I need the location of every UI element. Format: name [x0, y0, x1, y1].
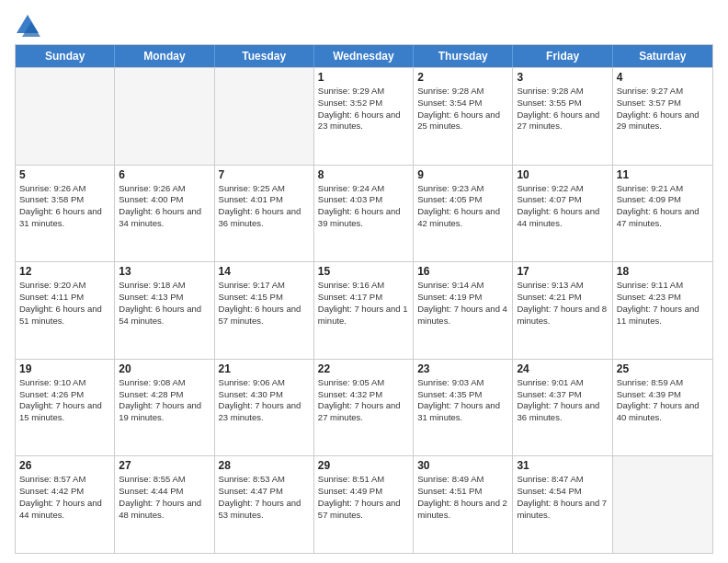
day-number: 19: [19, 362, 110, 375]
calendar-cell: 9Sunrise: 9:23 AM Sunset: 4:05 PM Daylig…: [414, 166, 513, 262]
day-number: 24: [517, 362, 608, 375]
day-number: 30: [417, 459, 508, 472]
cell-info: Sunrise: 9:22 AM Sunset: 4:07 PM Dayligh…: [517, 183, 608, 230]
cell-info: Sunrise: 9:27 AM Sunset: 3:57 PM Dayligh…: [617, 86, 709, 132]
day-number: 18: [617, 265, 709, 278]
cell-info: Sunrise: 9:28 AM Sunset: 3:55 PM Dayligh…: [517, 86, 608, 132]
weekday-header-monday: Monday: [115, 45, 214, 67]
day-number: 2: [417, 71, 508, 84]
calendar-cell: 7Sunrise: 9:25 AM Sunset: 4:01 PM Daylig…: [215, 166, 314, 262]
cell-info: Sunrise: 8:55 AM Sunset: 4:44 PM Dayligh…: [119, 474, 210, 521]
calendar-cell: 18Sunrise: 9:11 AM Sunset: 4:23 PM Dayli…: [613, 262, 712, 359]
calendar-cell: 22Sunrise: 9:05 AM Sunset: 4:32 PM Dayli…: [314, 360, 414, 456]
calendar-cell: 20Sunrise: 9:08 AM Sunset: 4:28 PM Dayli…: [115, 360, 214, 456]
calendar-cell: 15Sunrise: 9:16 AM Sunset: 4:17 PM Dayli…: [314, 262, 414, 359]
weekday-header-wednesday: Wednesday: [314, 45, 414, 67]
cell-info: Sunrise: 9:13 AM Sunset: 4:21 PM Dayligh…: [517, 280, 608, 327]
day-number: 20: [119, 362, 210, 375]
cell-info: Sunrise: 9:10 AM Sunset: 4:26 PM Dayligh…: [19, 377, 110, 424]
day-number: 23: [417, 362, 508, 375]
weekday-header-saturday: Saturday: [613, 45, 712, 67]
calendar-cell: 31Sunrise: 8:47 AM Sunset: 4:54 PM Dayli…: [513, 456, 612, 553]
calendar-cell: 13Sunrise: 9:18 AM Sunset: 4:13 PM Dayli…: [115, 262, 214, 359]
cell-info: Sunrise: 9:23 AM Sunset: 4:05 PM Dayligh…: [417, 183, 508, 230]
logo: [15, 13, 42, 39]
weekday-header-sunday: Sunday: [16, 45, 115, 67]
calendar-cell: 3Sunrise: 9:28 AM Sunset: 3:55 PM Daylig…: [513, 68, 612, 165]
cell-info: Sunrise: 9:29 AM Sunset: 3:52 PM Dayligh…: [318, 86, 409, 132]
calendar-row-0: 1Sunrise: 9:29 AM Sunset: 3:52 PM Daylig…: [16, 67, 712, 165]
cell-info: Sunrise: 9:05 AM Sunset: 4:32 PM Dayligh…: [318, 377, 409, 424]
day-number: 8: [318, 168, 409, 181]
cell-info: Sunrise: 9:08 AM Sunset: 4:28 PM Dayligh…: [119, 377, 210, 424]
header: [15, 9, 713, 39]
cell-info: Sunrise: 8:59 AM Sunset: 4:39 PM Dayligh…: [617, 377, 709, 424]
calendar-cell: 25Sunrise: 8:59 AM Sunset: 4:39 PM Dayli…: [613, 360, 712, 456]
day-number: 21: [219, 362, 310, 375]
cell-info: Sunrise: 8:51 AM Sunset: 4:49 PM Dayligh…: [318, 474, 409, 521]
day-number: 7: [219, 168, 310, 181]
day-number: 6: [119, 168, 210, 181]
cell-info: Sunrise: 8:57 AM Sunset: 4:42 PM Dayligh…: [19, 474, 110, 521]
calendar-header: SundayMondayTuesdayWednesdayThursdayFrid…: [16, 45, 712, 67]
day-number: 10: [517, 168, 608, 181]
day-number: 25: [617, 362, 709, 375]
weekday-header-friday: Friday: [513, 45, 612, 67]
logo-icon: [15, 13, 40, 39]
calendar-cell: 1Sunrise: 9:29 AM Sunset: 3:52 PM Daylig…: [314, 68, 414, 165]
day-number: 15: [318, 265, 409, 278]
cell-info: Sunrise: 9:06 AM Sunset: 4:30 PM Dayligh…: [219, 377, 310, 424]
day-number: 12: [19, 265, 110, 278]
calendar-cell: 12Sunrise: 9:20 AM Sunset: 4:11 PM Dayli…: [16, 262, 115, 359]
day-number: 29: [318, 459, 409, 472]
calendar-row-3: 19Sunrise: 9:10 AM Sunset: 4:26 PM Dayli…: [16, 359, 712, 456]
cell-info: Sunrise: 9:25 AM Sunset: 4:01 PM Dayligh…: [219, 183, 310, 230]
day-number: 28: [219, 459, 310, 472]
weekday-header-thursday: Thursday: [414, 45, 513, 67]
weekday-header-tuesday: Tuesday: [215, 45, 314, 67]
day-number: 11: [617, 168, 709, 181]
day-number: 31: [517, 459, 608, 472]
day-number: 16: [417, 265, 508, 278]
day-number: 14: [219, 265, 310, 278]
cell-info: Sunrise: 8:53 AM Sunset: 4:47 PM Dayligh…: [219, 474, 310, 521]
calendar: SundayMondayTuesdayWednesdayThursdayFrid…: [15, 44, 713, 554]
calendar-body: 1Sunrise: 9:29 AM Sunset: 3:52 PM Daylig…: [16, 67, 712, 553]
calendar-cell: 6Sunrise: 9:26 AM Sunset: 4:00 PM Daylig…: [115, 166, 214, 262]
calendar-row-4: 26Sunrise: 8:57 AM Sunset: 4:42 PM Dayli…: [16, 455, 712, 553]
calendar-cell: 2Sunrise: 9:28 AM Sunset: 3:54 PM Daylig…: [414, 68, 513, 165]
calendar-cell: [115, 68, 214, 165]
cell-info: Sunrise: 9:26 AM Sunset: 3:58 PM Dayligh…: [19, 183, 110, 230]
day-number: 1: [318, 71, 409, 84]
calendar-cell: 23Sunrise: 9:03 AM Sunset: 4:35 PM Dayli…: [414, 360, 513, 456]
calendar-cell: 27Sunrise: 8:55 AM Sunset: 4:44 PM Dayli…: [115, 456, 214, 553]
calendar-cell: 19Sunrise: 9:10 AM Sunset: 4:26 PM Dayli…: [16, 360, 115, 456]
calendar-cell: [16, 68, 115, 165]
calendar-cell: 14Sunrise: 9:17 AM Sunset: 4:15 PM Dayli…: [215, 262, 314, 359]
day-number: 27: [119, 459, 210, 472]
cell-info: Sunrise: 8:47 AM Sunset: 4:54 PM Dayligh…: [517, 474, 608, 521]
day-number: 26: [19, 459, 110, 472]
cell-info: Sunrise: 9:26 AM Sunset: 4:00 PM Dayligh…: [119, 183, 210, 230]
cell-info: Sunrise: 9:17 AM Sunset: 4:15 PM Dayligh…: [219, 280, 310, 327]
page: SundayMondayTuesdayWednesdayThursdayFrid…: [0, 0, 728, 563]
day-number: 3: [517, 71, 608, 84]
calendar-cell: 30Sunrise: 8:49 AM Sunset: 4:51 PM Dayli…: [414, 456, 513, 553]
calendar-cell: 10Sunrise: 9:22 AM Sunset: 4:07 PM Dayli…: [513, 166, 612, 262]
day-number: 9: [417, 168, 508, 181]
calendar-cell: 8Sunrise: 9:24 AM Sunset: 4:03 PM Daylig…: [314, 166, 414, 262]
calendar-cell: 16Sunrise: 9:14 AM Sunset: 4:19 PM Dayli…: [414, 262, 513, 359]
cell-info: Sunrise: 9:28 AM Sunset: 3:54 PM Dayligh…: [417, 86, 508, 132]
calendar-cell: 29Sunrise: 8:51 AM Sunset: 4:49 PM Dayli…: [314, 456, 414, 553]
calendar-cell: [613, 456, 712, 553]
calendar-cell: 26Sunrise: 8:57 AM Sunset: 4:42 PM Dayli…: [16, 456, 115, 553]
cell-info: Sunrise: 9:14 AM Sunset: 4:19 PM Dayligh…: [417, 280, 508, 327]
cell-info: Sunrise: 9:21 AM Sunset: 4:09 PM Dayligh…: [617, 183, 709, 230]
cell-info: Sunrise: 9:01 AM Sunset: 4:37 PM Dayligh…: [517, 377, 608, 424]
cell-info: Sunrise: 8:49 AM Sunset: 4:51 PM Dayligh…: [417, 474, 508, 521]
cell-info: Sunrise: 9:11 AM Sunset: 4:23 PM Dayligh…: [617, 280, 709, 327]
cell-info: Sunrise: 9:24 AM Sunset: 4:03 PM Dayligh…: [318, 183, 409, 230]
cell-info: Sunrise: 9:18 AM Sunset: 4:13 PM Dayligh…: [119, 280, 210, 327]
cell-info: Sunrise: 9:20 AM Sunset: 4:11 PM Dayligh…: [19, 280, 110, 327]
day-number: 22: [318, 362, 409, 375]
